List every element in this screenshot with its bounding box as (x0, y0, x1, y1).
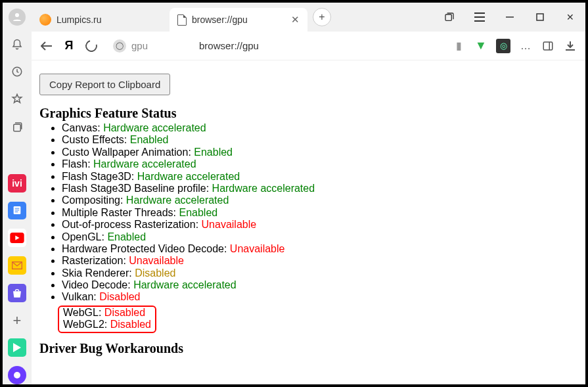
svg-rect-5 (15, 210, 20, 211)
collections-icon[interactable] (8, 118, 26, 136)
site-info-icon[interactable]: ◯ (113, 39, 126, 53)
feature-list: Canvas: Hardware acceleratedCusto Effect… (62, 122, 577, 304)
url-field[interactable]: ◯ gpu browser://gpu (106, 36, 443, 56)
tab-close-icon[interactable]: ✕ (291, 14, 300, 26)
url-text: browser://gpu (199, 40, 259, 51)
address-bar: Я ◯ gpu browser://gpu ▮ ▼ ◎ … (32, 32, 585, 60)
more-icon[interactable]: … (518, 39, 533, 53)
app-ivi-icon[interactable]: ivi (8, 174, 26, 193)
feature-item: Out-of-process Rasterization: Unavailabl… (62, 219, 577, 231)
tab-label: Lumpics.ru (57, 14, 101, 25)
svg-rect-6 (15, 212, 18, 212)
graphics-status-heading: Graphics Feature Status (39, 106, 577, 121)
feature-item: Multiple Raster Threads: Enabled (62, 207, 577, 219)
left-sidebar: ivi + (3, 3, 32, 384)
profile-avatar[interactable] (8, 8, 26, 26)
feature-item: WebGL2: Disabled (63, 319, 151, 330)
app-play-icon[interactable] (8, 338, 26, 357)
feature-item: Hardware Protected Video Decode: Unavail… (62, 243, 577, 255)
url-hint: gpu (131, 40, 148, 51)
feature-item: Flash Stage3D: Hardware accelerated (62, 171, 577, 183)
feature-item: OpenGL: Enabled (62, 231, 577, 243)
app-docs-icon[interactable] (8, 202, 26, 220)
notifications-icon[interactable] (8, 35, 26, 54)
feature-item: Rasterization: Unavailable (62, 255, 577, 267)
svg-point-0 (15, 13, 19, 17)
app-alice-icon[interactable] (8, 366, 26, 384)
history-icon[interactable] (8, 63, 26, 81)
sidebar-toggle-icon[interactable] (541, 39, 555, 53)
webgl-highlight-box: WebGL: DisabledWebGL2: Disabled (58, 306, 156, 333)
minimize-button[interactable] (495, 3, 525, 32)
svg-rect-4 (15, 208, 20, 209)
yandex-home-icon[interactable]: Я (62, 39, 76, 53)
favicon-page-icon (177, 14, 187, 26)
downloads-icon[interactable] (563, 39, 577, 53)
back-icon[interactable] (39, 39, 54, 53)
favicon-lumpics-icon (39, 14, 51, 26)
copy-report-button[interactable]: Copy Report to Clipboard (39, 74, 170, 95)
reload-icon[interactable] (84, 39, 99, 53)
feature-item: Flash: Hardware accelerated (62, 158, 577, 170)
maximize-button[interactable] (525, 3, 555, 32)
svg-rect-9 (445, 14, 451, 20)
window-controls: ✕ (434, 3, 585, 32)
app-youtube-icon[interactable] (8, 229, 26, 247)
feature-list-highlighted: WebGL: DisabledWebGL2: Disabled (62, 305, 577, 333)
bookmark-icon[interactable]: ▮ (451, 39, 466, 53)
svg-rect-15 (543, 42, 553, 50)
tab-inactive[interactable]: Lumpics.ru (32, 8, 170, 32)
feature-item: Vulkan: Disabled (62, 291, 577, 303)
feature-item: Custo Effects: Enabled (62, 134, 577, 146)
tab-active[interactable]: browser://gpu ✕ (170, 8, 307, 32)
app-mail-icon[interactable] (8, 256, 26, 275)
close-window-button[interactable]: ✕ (555, 3, 585, 32)
bookmarks-icon[interactable] (8, 90, 26, 108)
svg-rect-14 (537, 14, 543, 20)
new-tab-button[interactable]: + (313, 8, 331, 26)
page-content: Copy Report to Clipboard Graphics Featur… (32, 60, 585, 384)
extension-icon[interactable]: ◎ (496, 39, 510, 53)
feature-item: Custo Wallpaper Animation: Enabled (62, 147, 577, 158)
add-panel-icon[interactable]: + (8, 311, 26, 330)
feature-item: Flash Stage3D Baseline profile: Hardware… (62, 183, 577, 194)
feature-item: WebGL: Disabled (63, 307, 151, 319)
protect-shield-icon[interactable]: ▼ (474, 39, 488, 53)
svg-rect-2 (14, 124, 21, 131)
feature-item: Video Decode: Hardware accelerated (62, 279, 577, 291)
feature-item: Canvas: Hardware accelerated (62, 122, 577, 134)
driver-bug-heading: Driver Bug Workarounds (39, 341, 577, 356)
feature-item: Compositing: Hardware accelerated (62, 194, 577, 206)
tab-label: browser://gpu (192, 14, 248, 25)
tabs-overview-icon[interactable] (434, 3, 464, 32)
feature-item: Skia Renderer: Disabled (62, 267, 577, 279)
app-bag-icon[interactable] (8, 284, 26, 302)
menu-icon[interactable] (464, 3, 495, 32)
